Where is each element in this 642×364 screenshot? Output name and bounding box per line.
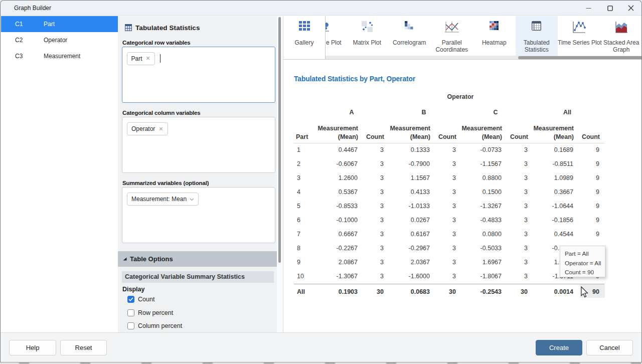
gallery-item-time-series-plot[interactable]: Time Series Plot [558,16,600,56]
value-cell[interactable]: 0.1689 [528,146,573,153]
value-cell[interactable]: -0.2967 [384,245,430,252]
row-variables-dropzone[interactable]: Part ✕ [122,47,275,103]
titlebar[interactable]: Graph Builder [1,1,641,16]
value-cell[interactable]: -0.1856 [528,217,573,224]
value-cell[interactable]: 9 [573,174,599,181]
value-cell[interactable]: 3 [358,189,384,196]
value-cell[interactable]: 1.2600 [317,174,358,181]
value-cell[interactable]: 3 [502,217,528,224]
value-cell[interactable]: 0.8800 [456,174,502,181]
value-cell[interactable]: 3 [502,160,528,167]
value-cell[interactable]: 3 [502,259,528,266]
value-cell[interactable]: 9 [573,203,599,210]
gallery-item-matrix-plot[interactable]: Matrix Plot [346,16,389,56]
value-cell[interactable]: 2.0367 [384,259,430,266]
value-cell[interactable]: 0.4467 [317,146,358,153]
value-cell[interactable]: 3 [358,146,384,153]
row-label-cell[interactable]: 8 [294,245,317,252]
column-variables-dropzone[interactable]: Operator ✕ [122,117,275,173]
row-label-cell[interactable]: 2 [294,160,317,167]
cancel-button[interactable]: Cancel [586,340,633,355]
help-button[interactable]: Help [9,340,56,355]
maximize-button[interactable] [599,1,620,16]
value-cell[interactable]: 0.0683 [384,288,430,295]
builder-scrollbar-thumb[interactable] [278,17,281,263]
value-cell[interactable]: 0.0800 [456,231,502,238]
value-cell[interactable]: 3 [502,189,528,196]
value-cell[interactable]: 30 [430,288,456,295]
value-cell[interactable]: 0.1903 [317,288,358,295]
value-cell[interactable]: 0.4544 [528,231,573,238]
gallery-item-correlogram[interactable]: Correlogram [388,16,431,56]
value-cell[interactable]: -0.0733 [456,146,502,153]
value-cell[interactable]: 3 [502,174,528,181]
value-cell[interactable]: 0.1333 [384,146,430,153]
value-cell[interactable]: -1.0133 [384,203,430,210]
value-cell[interactable]: -1.1567 [456,160,502,167]
row-label-cell[interactable]: 9 [294,259,317,266]
value-cell[interactable]: -0.2543 [456,288,502,295]
value-cell[interactable]: 3 [430,174,456,181]
value-cell[interactable]: 0.3667 [528,189,573,196]
row-label-cell[interactable]: 5 [294,203,317,210]
gallery-item-gallery[interactable]: Gallery [283,16,326,59]
checkbox-unchecked-icon[interactable] [127,322,134,329]
checkbox-checked-icon[interactable] [127,296,134,303]
value-cell[interactable]: 0.6167 [384,231,430,238]
value-cell[interactable]: 3 [358,231,384,238]
value-cell[interactable]: 9 [573,217,599,224]
create-button[interactable]: Create [536,340,582,355]
value-cell[interactable]: 30 [358,288,384,295]
gallery-scrollbar-thumb[interactable] [518,56,642,59]
value-cell[interactable]: -1.3067 [317,273,358,280]
close-button[interactable] [620,1,641,16]
gallery-scrollbar-track[interactable] [326,56,642,59]
value-cell[interactable]: 3 [430,217,456,224]
value-cell[interactable]: -0.6067 [317,160,358,167]
row-label-cell[interactable]: 7 [294,231,317,238]
gallery-item-stacked-area-graph[interactable]: Stacked Area Graph [600,16,642,56]
column-row-operator[interactable]: C2 Operator [1,32,118,48]
value-cell[interactable]: 1.6967 [456,259,502,266]
value-cell[interactable]: 3 [358,203,384,210]
gallery-item-parallel-coordinates[interactable]: Parallel Coordinates [431,16,473,56]
value-cell[interactable]: 3 [502,203,528,210]
minimize-button[interactable] [578,1,599,16]
reset-button[interactable]: Reset [60,340,107,355]
value-cell[interactable]: 3 [358,259,384,266]
row-label-cell[interactable]: 6 [294,217,317,224]
value-cell[interactable]: 0.0014 [528,288,573,295]
checkbox-row-row-percent[interactable]: Row percent [127,309,173,316]
value-cell[interactable]: 9 [573,231,599,238]
value-cell[interactable]: 3 [430,245,456,252]
row-label-cell[interactable]: All [294,288,317,295]
value-cell[interactable]: 0.4133 [384,189,430,196]
value-cell[interactable]: 9 [573,146,599,153]
value-cell[interactable]: 0.6667 [317,231,358,238]
value-cell[interactable]: -0.7900 [384,160,430,167]
value-cell[interactable]: 3 [430,203,456,210]
checkbox-row-column-percent[interactable]: Column percent [127,322,182,329]
value-cell[interactable]: -0.1000 [317,217,358,224]
gallery-item-heatmap[interactable]: Heatmap [473,16,516,56]
chip-remove-icon[interactable]: ✕ [158,126,163,132]
value-cell[interactable]: 3 [430,160,456,167]
value-cell[interactable]: 3 [358,245,384,252]
gallery-item-tabulated-statistics[interactable]: Tabulated Statistics [516,16,558,56]
builder-scrollbar-track[interactable] [277,16,283,332]
value-cell[interactable]: 3 [502,245,528,252]
value-cell[interactable]: -0.8533 [317,203,358,210]
value-cell[interactable]: -0.4833 [456,217,502,224]
checkbox-unchecked-icon[interactable] [127,309,134,316]
value-cell[interactable]: 3 [502,146,528,153]
row-label-cell[interactable]: 3 [294,174,317,181]
value-cell[interactable]: 3 [502,273,528,280]
value-cell[interactable]: 1.0989 [528,174,573,181]
value-cell[interactable]: -0.5033 [456,245,502,252]
value-cell[interactable]: 3 [358,273,384,280]
value-cell[interactable]: 3 [430,146,456,153]
checkbox-row-count[interactable]: Count [127,296,154,303]
chip-remove-icon[interactable]: ✕ [146,56,150,61]
value-cell[interactable]: 9 [573,189,599,196]
value-cell[interactable]: 3 [358,160,384,167]
